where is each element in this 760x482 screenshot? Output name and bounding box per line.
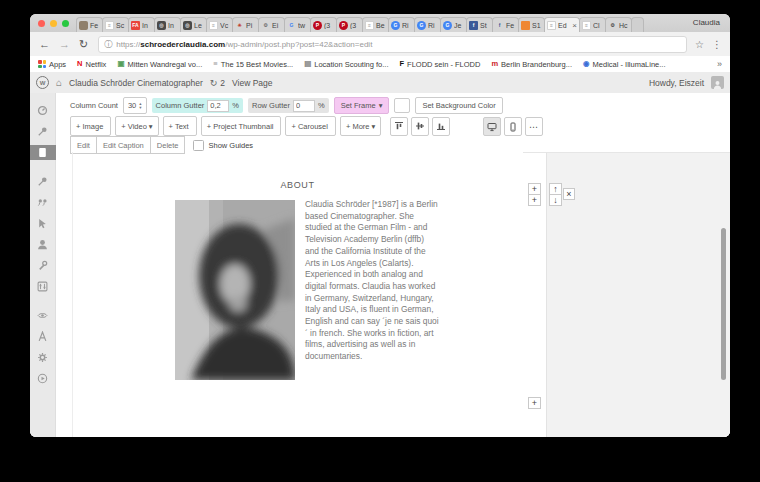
- browser-tab[interactable]: P (3: [310, 17, 337, 32]
- insert-button[interactable]: + Image: [70, 116, 111, 136]
- bookmark-item[interactable]: ▣ Mitten Wandregal vo...: [117, 60, 202, 69]
- more-options-button[interactable]: ⋯: [525, 117, 543, 136]
- sidebar-item-tools[interactable]: [30, 258, 56, 273]
- bookmark-item[interactable]: m Berlin Brandenburg...: [491, 60, 572, 69]
- sidebar-item-users[interactable]: [30, 237, 56, 252]
- phone-icon: [508, 122, 518, 132]
- browser-menu-icon[interactable]: ⋮: [712, 39, 722, 50]
- browser-tab[interactable]: G Je: [440, 17, 467, 32]
- browser-tab[interactable]: ≡ Be: [362, 17, 389, 32]
- bookmark-item[interactable]: N Netflix: [77, 60, 106, 69]
- person-icon: [37, 239, 48, 250]
- remove-module-button[interactable]: ×: [563, 188, 575, 200]
- page-info-icon[interactable]: ⓘ: [104, 39, 112, 50]
- browser-tab[interactable]: P (3: [336, 17, 363, 32]
- add-module-button[interactable]: +: [528, 194, 541, 206]
- sidebar-item-appearance[interactable]: [30, 216, 56, 231]
- column-count-stepper[interactable]: 30 ▴▾: [123, 97, 147, 114]
- desktop-preview-button[interactable]: [483, 117, 501, 136]
- sidebar-item-videos[interactable]: [30, 371, 56, 386]
- updates-link[interactable]: ↻ 2: [210, 78, 225, 88]
- bookmark-label: Medical - IllumaLine...: [593, 60, 666, 69]
- window-close-button[interactable]: [38, 20, 45, 27]
- portrait-photo-module[interactable]: [175, 200, 295, 380]
- browser-tab[interactable]: Fe: [76, 17, 103, 32]
- browser-tab[interactable]: ◎ In: [154, 17, 181, 32]
- sidebar-item-typography[interactable]: [30, 329, 56, 344]
- bookmark-item[interactable]: ≡ The 15 Best Movies...: [213, 60, 293, 69]
- move-down-button[interactable]: ↓: [549, 194, 562, 206]
- bookmark-item[interactable]: ◉ Medical - IllumaLine...: [583, 60, 666, 69]
- browser-toolbar: ← → ↻ ⓘ https://schroederclaudia.com/wp-…: [30, 32, 730, 57]
- mobile-preview-button[interactable]: [504, 117, 522, 136]
- tab-favicon: f: [495, 21, 504, 30]
- tab-favicon: ≡: [105, 21, 114, 30]
- insert-button[interactable]: + Video ▾: [115, 116, 158, 136]
- bookmark-item[interactable]: ▤ Location Scouting fo...: [304, 60, 388, 69]
- browser-tab[interactable]: f Fe: [492, 17, 519, 32]
- scrollbar-thumb[interactable]: [721, 228, 726, 380]
- sidebar-item-options[interactable]: [30, 350, 56, 365]
- browser-tab[interactable]: ≡ Vc: [206, 17, 233, 32]
- user-avatar[interactable]: [711, 76, 724, 89]
- bookmark-star-icon[interactable]: ☆: [695, 39, 704, 50]
- align-middle-button[interactable]: [411, 117, 429, 136]
- row-gutter-input[interactable]: [293, 100, 315, 112]
- view-page-link[interactable]: View Page: [232, 78, 272, 88]
- bookmark-apps[interactable]: Apps: [38, 60, 66, 69]
- sidebar-item-layout-settings[interactable]: [30, 279, 56, 294]
- browser-tab[interactable]: ◎ Le: [180, 17, 207, 32]
- window-zoom-button[interactable]: [62, 20, 69, 27]
- edit-button[interactable]: Edit: [70, 136, 97, 154]
- background-color-swatch[interactable]: [394, 98, 410, 113]
- browser-tab[interactable]: G tw: [284, 17, 311, 32]
- browser-tab[interactable]: ✳ Pi: [232, 17, 259, 32]
- insert-button[interactable]: + Carousel: [285, 116, 335, 136]
- wordpress-logo-icon[interactable]: W: [36, 76, 49, 89]
- new-tab-button[interactable]: [631, 17, 644, 32]
- tab-label: Be: [376, 22, 386, 29]
- browser-tab[interactable]: ≡ Cl: [579, 17, 606, 32]
- delete-button[interactable]: Delete: [151, 136, 186, 154]
- sidebar-item-visibility[interactable]: [30, 308, 56, 323]
- home-icon[interactable]: ⌂: [56, 77, 62, 88]
- sidebar-item-media[interactable]: [30, 195, 56, 210]
- browser-tab[interactable]: ⚙ Ei: [258, 17, 285, 32]
- browser-tab[interactable]: ≡ Ed ×: [544, 17, 580, 32]
- forward-icon[interactable]: →: [59, 39, 70, 50]
- browser-tab[interactable]: S1: [518, 17, 545, 32]
- browser-tab[interactable]: f St: [466, 17, 493, 32]
- column-gutter-input[interactable]: [207, 100, 229, 112]
- chrome-profile-name[interactable]: Claudia: [693, 18, 720, 27]
- insert-button[interactable]: + Project Thumbnail: [201, 116, 282, 136]
- sidebar-item-posts[interactable]: [30, 124, 56, 139]
- sidebar-item-dashboard[interactable]: [30, 103, 56, 118]
- stepper-icon[interactable]: ▴▾: [139, 102, 141, 109]
- bookmark-item[interactable]: F FLODD sein - FLODD: [399, 60, 480, 69]
- edit-caption-button[interactable]: Edit Caption: [97, 136, 151, 154]
- browser-tab[interactable]: G Ri: [414, 17, 441, 32]
- insert-button[interactable]: + Text: [163, 116, 197, 136]
- show-guides-checkbox[interactable]: [193, 140, 204, 151]
- wrench-icon: [37, 260, 48, 271]
- url-bar[interactable]: ⓘ https://schroederclaudia.com/wp-admin/…: [98, 36, 687, 53]
- align-bottom-button[interactable]: [432, 117, 450, 136]
- tab-close-icon[interactable]: ×: [572, 21, 577, 30]
- howdy-greeting[interactable]: Howdy, Eiszeit: [649, 78, 704, 88]
- browser-tab[interactable]: ⚙ Hc: [605, 17, 632, 32]
- browser-tab[interactable]: G Ri: [388, 17, 415, 32]
- window-minimize-button[interactable]: [50, 20, 57, 27]
- set-background-color-button[interactable]: Set Background Color: [415, 97, 502, 114]
- add-module-button[interactable]: +: [528, 397, 541, 409]
- browser-tab[interactable]: ≡ Sc: [102, 17, 129, 32]
- bookmarks-overflow-icon[interactable]: »: [717, 59, 722, 69]
- insert-button[interactable]: + More ▾: [340, 116, 381, 136]
- site-title-link[interactable]: Claudia Schröder Cinematographer: [69, 78, 203, 88]
- sidebar-item-pin[interactable]: [30, 174, 56, 189]
- reload-icon[interactable]: ↻: [79, 39, 88, 50]
- sidebar-item-pages[interactable]: [30, 145, 56, 160]
- align-top-button[interactable]: [390, 117, 408, 136]
- back-icon[interactable]: ←: [39, 39, 50, 50]
- browser-tab[interactable]: FA In: [128, 17, 155, 32]
- set-frame-button[interactable]: Set Frame ▾: [334, 97, 390, 114]
